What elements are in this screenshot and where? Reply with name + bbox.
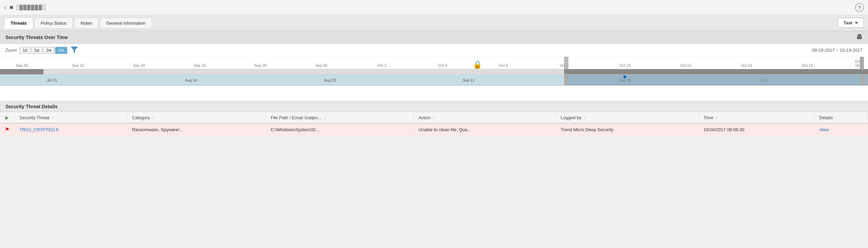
row-category-cell: Ransomware, Spyware/... <box>127 123 266 136</box>
threat-table: ▶ Security Threat ↕ Category ↕ File Path… <box>0 112 868 136</box>
chart-controls: Zoom 1d 1w 2w 1m 09-19-2017 ~ 10-19-2017 <box>0 44 868 57</box>
secondary-left-handle[interactable] <box>564 75 568 85</box>
table-header-row: ▶ Security Threat ↕ Category ↕ File Path… <box>0 112 868 123</box>
sort-icon-filepath: ↕ <box>324 116 326 120</box>
timeline-label-oct6: Oct 6 <box>499 63 508 67</box>
row-filepath-cell: C:\Windows\System32... <box>266 123 413 136</box>
sort-icon-action: ↕ <box>433 116 435 120</box>
tab-notes[interactable]: Notes <box>74 17 99 29</box>
timeline-label-oct12: Oct 12 <box>680 63 691 67</box>
col-header-logged-by[interactable]: Logged by ↕ <box>556 112 698 123</box>
timeline-label-sep28: Sep 28 <box>255 63 266 67</box>
sort-icon-logged-by: ↕ <box>584 116 585 120</box>
device-icon: ■ <box>10 4 13 11</box>
row-logged-by-cell: Trend Micro Deep Security <box>556 123 698 136</box>
flag-red-icon: ⚑ <box>5 126 9 132</box>
back-button[interactable]: ‹ <box>4 4 6 11</box>
help-button[interactable]: ? <box>855 3 864 12</box>
table-row: ⚑ TROJ_CRYPTED.K Ransomware, Spyware/...… <box>0 123 868 136</box>
device-label: ██████ <box>16 4 46 11</box>
row-details-cell: View <box>814 123 868 136</box>
timeline-label-sep24: Sep 24 <box>133 63 145 67</box>
sort-icon-category: ↕ <box>152 116 154 120</box>
zoom-buttons: 1d 1w 2w 1m <box>20 47 67 54</box>
col-header-icon: ▶ <box>0 112 14 123</box>
col-header-action[interactable]: Action ↕ <box>413 112 556 123</box>
details-view-link[interactable]: View <box>819 127 829 132</box>
col-header-category[interactable]: Category ↕ <box>127 112 266 123</box>
timeline-label-oct10: Oct 10 <box>619 63 630 67</box>
threat-marker-icon: 🔒 <box>473 60 482 69</box>
timeline2-label-jul31: Jul 31 <box>47 78 57 82</box>
tab-policy-status[interactable]: Policy Status <box>34 17 73 29</box>
timeline-label-sep26: Sep 26 <box>194 63 206 67</box>
timeline-label-oct4: Oct 4 <box>438 63 447 67</box>
date-range: 09-19-2017 ~ 10-19-2017 <box>812 48 863 53</box>
top-bar: ‹ ■ ██████ ? <box>0 0 868 15</box>
svg-marker-0 <box>71 47 78 53</box>
chevron-down-icon <box>855 22 858 24</box>
zoom-1w-button[interactable]: 1w <box>31 47 42 54</box>
task-button[interactable]: Task <box>838 18 864 28</box>
left-handle[interactable] <box>564 57 568 69</box>
col-header-filepath[interactable]: File Path / Email Subjec... ↕ <box>266 112 413 123</box>
timeline-label-oct14: Oct 14 <box>741 63 752 67</box>
details-section-header: Security Threat Details <box>0 101 868 112</box>
details-title: Security Threat Details <box>5 104 58 109</box>
tab-general-information[interactable]: General Information <box>100 17 152 29</box>
row-action-cell: Unable to clean file. Qua... <box>413 123 556 136</box>
timeline-scrollbar[interactable] <box>0 69 868 75</box>
timeline-label-sep30: Sep 30 <box>315 63 327 67</box>
col-header-details: Details <box>814 112 868 123</box>
zoom-2w-button[interactable]: 2w <box>43 47 54 54</box>
col-header-threat[interactable]: Security Threat ↕ <box>14 112 127 123</box>
sort-icon-time: ↕ <box>716 116 717 120</box>
row-flag-cell: ⚑ <box>0 123 14 136</box>
timeline-label-oct2: Oct 2 <box>377 63 386 67</box>
timeline-label-oct16: Oct 16 <box>802 63 813 67</box>
zoom-1d-button[interactable]: 1d <box>20 47 30 54</box>
chart-title: Security Threats Over Time <box>5 35 68 40</box>
timeline2-label-aug14: Aug 14 <box>185 78 197 82</box>
tab-threats[interactable]: Threats <box>4 17 33 29</box>
timeline-row-secondary: Jul 31 Aug 14 Aug 28 Sep 11 Sep 25 Oct 9 <box>0 75 868 86</box>
zoom-1m-button[interactable]: 1m <box>55 47 67 54</box>
filter-icon-small: ▶ <box>5 115 9 120</box>
right-handle[interactable] <box>860 57 864 69</box>
secondary-right-handle[interactable] <box>861 75 865 85</box>
chart-section-header: Security Threats Over Time 🖶 <box>0 31 868 44</box>
timeline2-label-sep11: Sep 11 <box>463 78 475 82</box>
timeline-label-sep22: Sep 22 <box>72 63 84 67</box>
print-icon[interactable]: 🖶 <box>856 34 863 41</box>
sort-icon-threat: ↕ <box>52 116 53 120</box>
threat-dot <box>623 75 626 78</box>
timeline2-label-aug28: Aug 28 <box>324 78 336 82</box>
threat-link[interactable]: TROJ_CRYPTED.K <box>20 127 59 132</box>
row-threat-cell: TROJ_CRYPTED.K <box>14 123 127 136</box>
row-time-cell: 10/16/2017 09:06:30 <box>698 123 814 136</box>
zoom-label: Zoom <box>5 48 17 53</box>
chart-area: 🔒 Sep 20 Sep 22 Sep 24 Sep 26 Sep 28 Sep… <box>0 57 868 101</box>
filter-icon[interactable] <box>71 47 78 54</box>
timeline-label-sep20: Sep 20 <box>16 63 28 67</box>
col-header-time[interactable]: Time ↕ <box>698 112 814 123</box>
tabs-bar: Threats Policy Status Notes General Info… <box>0 15 868 31</box>
